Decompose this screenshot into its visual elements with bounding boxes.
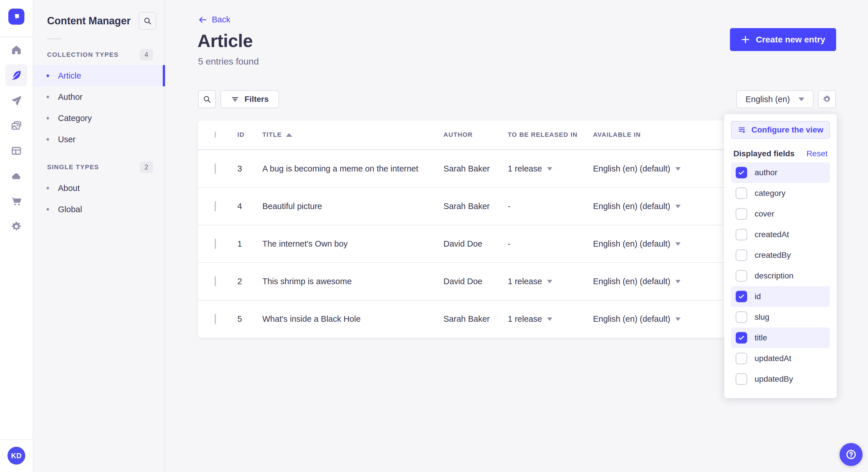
table-row[interactable]: 2 This shrimp is awesome David Doe 1 rel… [198,262,735,300]
displayed-fields-title: Displayed fields [733,149,795,158]
column-header-author[interactable]: AUTHOR [443,131,508,138]
cart-icon [11,196,22,207]
filters-button[interactable]: Filters [220,90,279,108]
field-option-updatedAt[interactable]: updatedAt [731,348,830,369]
cell-id: 1 [237,239,262,248]
cell-title: The internet's Own boy [262,239,443,248]
sidebar-item-article[interactable]: Article [33,65,164,86]
checkbox-checked[interactable] [736,332,747,343]
field-option-category[interactable]: category [731,183,830,204]
rail-divider [0,37,33,37]
locale-select[interactable]: English (en) [736,90,813,108]
table-toolbar: Filters [198,90,279,108]
field-option-author[interactable]: author [731,162,830,183]
cell-id: 5 [237,314,262,324]
row-checkbox[interactable] [215,239,216,249]
field-option-createdAt[interactable]: createdAt [731,224,830,245]
sidebar-search-button[interactable] [138,12,156,30]
column-header-available[interactable]: AVAILABLE IN [593,131,735,138]
sidebar-item-category[interactable]: Category [33,107,164,129]
nav-content-type-builder-button[interactable] [5,140,27,162]
cell-available-menu[interactable]: English (en) (default) [593,239,735,248]
page-title: Article [197,30,253,51]
select-all-checkbox[interactable] [215,132,216,138]
field-option-slug[interactable]: slug [731,307,830,328]
feather-pen-icon [11,69,22,81]
field-option-label: description [755,271,794,280]
rail-bottom: KD [0,439,33,472]
sidebar-item-about[interactable]: About [33,177,164,199]
field-option-label: createdAt [755,230,789,239]
cell-title: Beautiful picture [262,202,443,211]
table-row[interactable]: 4 Beautiful picture Sarah Baker - Englis… [198,187,735,225]
checkbox-unchecked[interactable] [736,270,747,281]
column-header-release[interactable]: TO BE RELEASED IN [508,131,593,138]
field-option-cover[interactable]: cover [731,204,830,224]
view-settings-button[interactable] [818,90,836,108]
table-row[interactable]: 5 What's inside a Black Hole Sarah Baker… [198,300,735,338]
cell-available-menu[interactable]: English (en) (default) [593,314,735,324]
checkbox-unchecked[interactable] [736,353,747,364]
layout-icon [11,145,22,157]
back-label: Back [212,15,230,24]
nav-media-library-button[interactable] [5,115,27,136]
single-types-label: SINGLE TYPES [47,164,99,171]
checkbox-checked[interactable] [736,291,747,302]
sidebar-item-author[interactable]: Author [33,86,164,107]
checkbox-unchecked[interactable] [736,208,747,220]
user-avatar[interactable]: KD [7,447,25,465]
single-types-count-badge: 2 [140,162,153,173]
cell-release-menu[interactable]: 1 release [508,164,593,173]
help-button[interactable] [840,443,863,466]
field-option-title[interactable]: title [731,328,830,348]
cell-available-menu[interactable]: English (en) (default) [593,277,735,286]
sidebar-item-label: About [58,183,80,193]
gear-icon [823,95,832,104]
checkbox-unchecked[interactable] [736,229,747,240]
cell-release-menu[interactable]: 1 release [508,314,593,324]
cell-release: - [508,239,593,248]
checkbox-unchecked[interactable] [736,249,747,261]
nav-home-button[interactable] [5,39,27,61]
field-option-description[interactable]: description [731,266,830,286]
cell-release: - [508,202,593,211]
row-checkbox[interactable] [215,276,216,286]
row-checkbox[interactable] [215,164,216,174]
cell-author: Sarah Baker [443,202,508,211]
search-entries-button[interactable] [198,90,216,108]
column-header-id[interactable]: ID [237,131,262,138]
field-option-id[interactable]: id [731,286,830,307]
configure-view-button[interactable]: Configure the view [731,121,830,139]
nav-releases-button[interactable] [5,90,27,111]
reset-fields-link[interactable]: Reset [807,149,828,158]
chevron-down-icon [799,98,804,101]
back-link[interactable]: Back [198,15,230,24]
cell-author: Sarah Baker [443,164,508,173]
table-row[interactable]: 3 A bug is becoming a meme on the intern… [198,150,735,187]
cell-available-menu[interactable]: English (en) (default) [593,202,735,211]
nav-deploy-button[interactable] [5,165,27,187]
nav-marketplace-button[interactable] [5,191,27,212]
cell-release-menu[interactable]: 1 release [508,277,593,286]
sidebar-title: Content Manager [47,15,131,27]
field-option-createdBy[interactable]: createdBy [731,245,830,266]
nav-content-manager-button[interactable] [5,64,27,86]
checkbox-unchecked[interactable] [736,373,747,385]
checkbox-checked[interactable] [736,167,747,178]
field-option-label: slug [755,312,769,322]
cell-available-menu[interactable]: English (en) (default) [593,164,735,173]
column-header-title[interactable]: TITLE [262,131,443,138]
row-checkbox[interactable] [215,201,216,211]
table-row[interactable]: 1 The internet's Own boy David Doe - Eng… [198,225,735,262]
sort-ascending-icon[interactable] [286,133,292,137]
row-checkbox[interactable] [215,314,216,324]
field-option-updatedBy[interactable]: updatedBy [731,369,830,390]
sidebar-item-user[interactable]: User [33,129,164,150]
nav-settings-button[interactable] [5,216,27,237]
create-entry-button[interactable]: Create new entry [730,28,836,51]
checkbox-unchecked[interactable] [736,311,747,323]
check-icon [738,334,745,341]
configure-view-label: Configure the view [751,125,823,134]
sidebar-item-global[interactable]: Global [33,199,164,220]
checkbox-unchecked[interactable] [736,188,747,199]
